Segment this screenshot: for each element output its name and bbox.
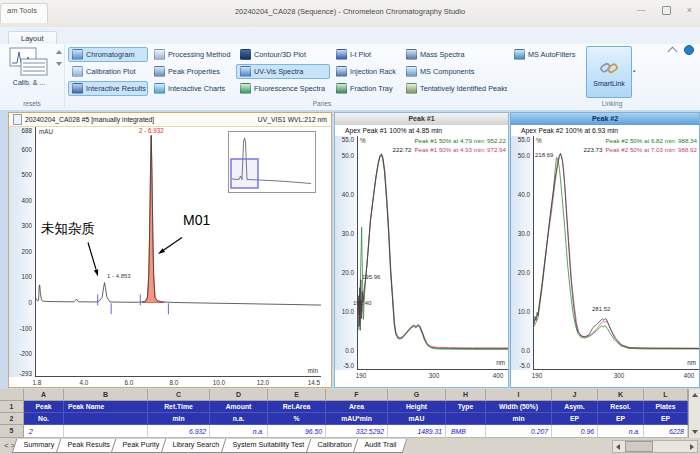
header-cell[interactable]: Peak	[24, 401, 64, 413]
column-letter[interactable]: J	[552, 389, 598, 401]
scroll-left-icon[interactable]	[616, 444, 620, 450]
column-letter[interactable]: A	[24, 389, 64, 401]
button-fraction-tray[interactable]: Fraction Tray	[332, 81, 400, 96]
header-cell[interactable]: mAU*min	[326, 413, 388, 425]
horizontal-scrollbar[interactable]	[612, 440, 698, 453]
header-cell[interactable]: Type	[446, 401, 486, 413]
table-scroll-up[interactable]	[688, 389, 700, 401]
button-fluorescence-spectra[interactable]: Fluorescence Spectra	[236, 81, 330, 96]
column-letter[interactable]: I	[486, 389, 552, 401]
table-cell-ret-time[interactable]: 6.932	[148, 425, 210, 438]
header-cell[interactable]: Resol.	[598, 401, 644, 413]
column-letter[interactable]: L	[644, 389, 688, 401]
column-letter[interactable]: H	[446, 389, 486, 401]
header-cell[interactable]: Rel.Area	[268, 401, 326, 413]
button-chromatogram[interactable]: Chromatogram	[68, 47, 148, 62]
chromatogram-panel[interactable]: 20240204_CA028 #5 [manually integrated] …	[8, 112, 332, 388]
column-letter[interactable]: G	[388, 389, 446, 401]
row-number[interactable]: 2	[0, 413, 24, 425]
peak2-spectrum-plot[interactable]: % Peak #2 50% at 6.82 min: 988.34 223.73…	[533, 136, 699, 370]
header-cell[interactable]: min	[486, 413, 552, 425]
column-letter[interactable]: F	[326, 389, 388, 401]
header-cell[interactable]: Area	[326, 401, 388, 413]
minimize-button[interactable]: —	[637, 5, 646, 15]
table-cell-amount[interactable]: n.a.	[210, 425, 268, 438]
header-cell[interactable]: Amount	[210, 401, 268, 413]
header-cell[interactable]: n.a.	[210, 413, 268, 425]
close-button[interactable]: ×	[687, 5, 692, 15]
header-cell[interactable]: Ret.Time	[148, 401, 210, 413]
table-cell-asym[interactable]: 0.96	[552, 425, 598, 438]
header-cell[interactable]: %	[268, 413, 326, 425]
column-letter[interactable]: D	[210, 389, 268, 401]
preset-scroll[interactable]	[56, 50, 62, 66]
button-injection-rack[interactable]: Injection Rack	[332, 64, 400, 79]
table-cell-area[interactable]: 332.5292	[326, 425, 388, 438]
row-number[interactable]: 5	[0, 425, 24, 438]
button-uv-vis-spectra[interactable]: UV-Vis Spectra	[236, 64, 330, 79]
button-interactive-results[interactable]: Interactive Results	[68, 81, 148, 96]
header-cell[interactable]: EP	[598, 413, 644, 425]
peak1-spectrum-plot[interactable]: % Peak #1 50% at 4.79 min: 952.22 222.72…	[357, 136, 508, 370]
table-cell-peak-name[interactable]	[64, 425, 148, 438]
header-cell[interactable]: mAU	[388, 413, 446, 425]
button-peak-properties[interactable]: Peak Properties	[150, 64, 234, 79]
column-letter[interactable]: B	[64, 389, 148, 401]
button-interactive-charts[interactable]: Interactive Charts	[150, 81, 234, 96]
header-cell[interactable]	[446, 413, 486, 425]
table-cell-type[interactable]: BMB	[446, 425, 486, 438]
header-cell[interactable]: EP	[644, 413, 688, 425]
button-ms-components[interactable]: MS Components	[402, 64, 508, 79]
header-cell[interactable]: Plates	[644, 401, 688, 413]
peak1-title-bar[interactable]: Peak #1	[335, 113, 508, 125]
scroll-right-icon[interactable]	[690, 444, 694, 450]
table-scrollbar[interactable]	[688, 413, 700, 425]
header-cell[interactable]: Width (50%)	[486, 401, 552, 413]
header-cell[interactable]: Peak Name	[64, 401, 148, 413]
column-letter[interactable]: C	[148, 389, 210, 401]
table-scrollbar[interactable]	[688, 401, 700, 413]
table-cell-rel-area[interactable]: 96.50	[268, 425, 326, 438]
help-icon[interactable]	[684, 45, 694, 55]
collapse-ribbon-icon[interactable]	[668, 47, 678, 57]
table-cell-width[interactable]: 0.207	[486, 425, 552, 438]
sheet-tab-audit-trail[interactable]: Audit Trail	[353, 439, 408, 453]
table-cell-plates[interactable]: 6228	[644, 425, 688, 438]
sheet-tab-library-search[interactable]: Library Search	[161, 439, 230, 453]
header-cell[interactable]: Height	[388, 401, 446, 413]
sheet-tab-system-suitability[interactable]: System Suitability Test	[221, 439, 315, 453]
scroll-up-icon[interactable]	[56, 50, 62, 54]
table-cell-peak-no[interactable]: 2	[24, 425, 64, 438]
button-tentatively-identified-peaks[interactable]: Tentatively Identified Peaks	[402, 81, 508, 96]
header-cell[interactable]: No.	[24, 413, 64, 425]
header-cell[interactable]	[64, 413, 148, 425]
overview-inset[interactable]	[228, 131, 316, 193]
corner-cell[interactable]	[0, 389, 24, 401]
button-contour-3d-plot[interactable]: Contour/3D Plot	[236, 47, 330, 62]
button-calibration-plot[interactable]: Calibration Plot	[68, 64, 148, 79]
header-cell[interactable]: EP	[552, 413, 598, 425]
header-cell[interactable]: Asym.	[552, 401, 598, 413]
peak1-panel[interactable]: Peak #1 Apex Peak #1 100% at 4.85 min 55…	[334, 112, 509, 388]
tabs-scroll-left[interactable]: <	[4, 441, 9, 450]
smartlink-dropdown-icon[interactable]: ▪	[633, 68, 635, 74]
smartlink-button[interactable]: SmartLink	[586, 46, 632, 98]
table-cell-resol[interactable]: n.a.	[598, 425, 644, 438]
button-mass-spectra[interactable]: Mass Spectra	[402, 47, 508, 62]
peak2-panel[interactable]: Peak #2 Apex Peak #2 100% at 6.93 min 55…	[510, 112, 700, 388]
chromatogram-plot[interactable]: mAU 2 - 6.932 1 - 4.853 未知杂质 M01 min	[35, 127, 321, 377]
button-processing-method[interactable]: Processing Method	[150, 47, 234, 62]
scrollbar-thumb[interactable]	[625, 441, 653, 452]
column-letter[interactable]: K	[598, 389, 644, 401]
row-number[interactable]: 1	[0, 401, 24, 413]
button-ms-autofilters[interactable]: MS AutoFilters	[510, 47, 584, 62]
zoom-region-rect[interactable]	[231, 159, 258, 188]
button-i-t-plot[interactable]: I-t Plot	[332, 47, 400, 62]
calibration-preset-button[interactable]: Calib. & ...	[5, 46, 53, 96]
header-cell[interactable]: min	[148, 413, 210, 425]
restore-button[interactable]	[662, 6, 671, 15]
scroll-down-icon[interactable]	[56, 62, 62, 66]
table-cell-height[interactable]: 1489.31	[388, 425, 446, 438]
table-scroll-down[interactable]	[688, 425, 700, 438]
peak2-title-bar[interactable]: Peak #2	[511, 113, 699, 125]
